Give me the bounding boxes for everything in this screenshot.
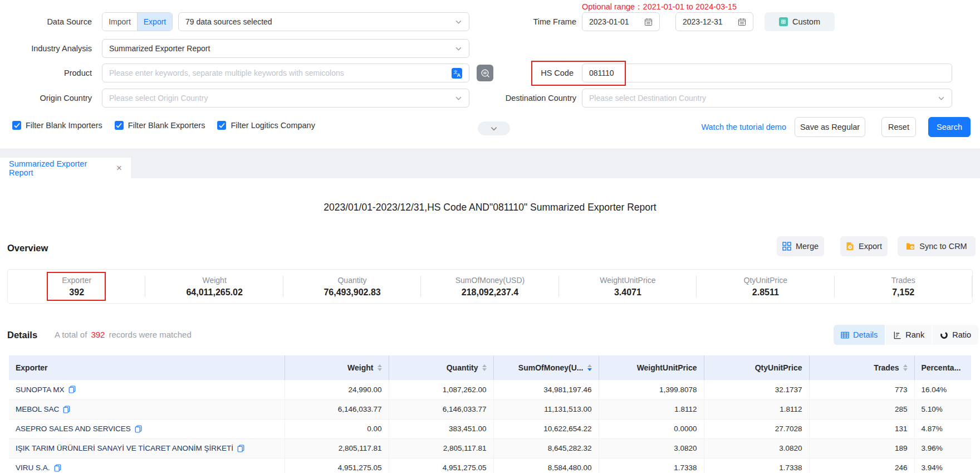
destination-country-label: Destination Country	[473, 89, 576, 108]
exporter-name-link[interactable]: SUNOPTA MX	[16, 386, 65, 394]
matched-count: 392	[87, 330, 109, 339]
exporter-name-link[interactable]: VIRU S.A.	[16, 464, 50, 472]
origin-country-label: Origin Country	[0, 89, 92, 108]
tab-summarized-exporter-report[interactable]: Summarized Exporter Report ×	[0, 158, 131, 178]
cell-quantity: 6,146,033.77	[389, 399, 493, 419]
details-heading: Details	[7, 330, 37, 340]
close-icon[interactable]: ×	[116, 163, 122, 173]
copy-icon[interactable]	[63, 406, 70, 413]
checkbox-checked-icon	[115, 121, 124, 130]
date-start-value: 2023-01-01	[589, 17, 640, 26]
stat-exporter: Exporter 392	[8, 270, 145, 303]
cell-trades: 285	[809, 399, 914, 419]
import-toggle[interactable]: Import	[102, 13, 137, 31]
column-header-trades[interactable]: Trades	[809, 355, 914, 380]
export-toggle[interactable]: Export	[137, 13, 172, 31]
copy-icon[interactable]	[135, 425, 142, 433]
cell-percentage: 4.87%	[914, 419, 971, 438]
checkbox-label: Filter Blank Exporters	[128, 121, 205, 130]
exporter-name-link[interactable]: ASEPRO SALES AND SERVICES	[16, 425, 131, 433]
custom-range-button[interactable]: Custom	[765, 12, 835, 31]
column-header-qty-unit-price[interactable]: QtyUnitPrice	[704, 355, 809, 380]
save-as-regular-button[interactable]: Save as Regular	[795, 117, 865, 137]
cell-trades: 189	[809, 438, 914, 458]
column-header-quantity[interactable]: Quantity	[389, 355, 493, 380]
cell-qty_unit_price: 1.7338	[704, 458, 809, 473]
chevron-down-icon	[455, 45, 462, 52]
collapse-filters-button[interactable]	[478, 121, 510, 135]
cell-quantity: 2,805,117.81	[389, 438, 493, 458]
sync-to-crm-button[interactable]: Sync to CRM	[898, 236, 976, 256]
column-header-weight[interactable]: Weight	[285, 355, 389, 380]
filter-panel: Optional range：2021-01-01 to 2024-03-15 …	[0, 0, 980, 149]
reset-button[interactable]: Reset	[881, 117, 916, 137]
view-rank-button[interactable]: Rank	[886, 325, 932, 345]
data-sources-select[interactable]: 79 data sources selected	[178, 12, 469, 31]
date-end-input[interactable]: 2023-12-31	[675, 12, 753, 31]
sort-icons[interactable]	[482, 364, 487, 371]
copy-icon[interactable]	[68, 386, 76, 393]
sort-icons[interactable]	[903, 364, 908, 371]
search-button[interactable]: Search	[928, 117, 971, 137]
stat-weight: Weight 64,011,265.02	[145, 270, 283, 303]
cell-quantity: 383,451.00	[389, 419, 493, 438]
date-start-input[interactable]: 2023-01-01	[582, 12, 660, 31]
table-row: MEBOL SAC6,146,033.776,146,033.7711,131,…	[9, 399, 971, 419]
tab-label: Summarized Exporter Report	[9, 159, 109, 177]
industry-analysis-select[interactable]: Summarized Exporter Report	[102, 39, 469, 58]
cell-trades: 773	[809, 380, 914, 399]
matched-suffix: records were matched	[109, 330, 191, 339]
cell-sum_of_money: 11,131,513.00	[493, 399, 599, 419]
cell-sum_of_money: 8,584,480.00	[493, 458, 599, 473]
view-ratio-label: Ratio	[952, 330, 971, 339]
sort-icons[interactable]	[378, 364, 382, 371]
product-input[interactable]: Please enter keywords, separate multiple…	[102, 64, 469, 82]
tutorial-demo-link[interactable]: Watch the tutorial demo	[693, 117, 786, 137]
column-header-sum-of-money[interactable]: SumOfMoney(U...	[493, 355, 599, 380]
chevron-down-icon	[938, 95, 945, 102]
stat-weight-unit-price: WeightUnitPrice 3.4071	[559, 270, 697, 303]
table-header: Exporter Weight Quantity SumOfMoney(U...…	[9, 355, 971, 380]
report-title: 2023/01/01-2023/12/31,HS Code AND"081110…	[0, 202, 980, 213]
sync-folder-icon	[906, 242, 915, 250]
cell-weight_unit_price: 3.0820	[599, 438, 704, 458]
view-rank-label: Rank	[905, 330, 924, 339]
cell-weight: 24,990.00	[285, 380, 389, 399]
industry-analysis-value: Summarized Exporter Report	[109, 44, 210, 53]
view-ratio-button[interactable]: Ratio	[933, 325, 978, 345]
hs-code-input[interactable]: 081110	[582, 64, 952, 82]
view-details-button[interactable]: Details	[834, 325, 885, 345]
time-frame-label: Time Frame	[473, 12, 576, 31]
checkbox-filter-blank-importers[interactable]: Filter Blank Importers	[12, 121, 102, 130]
checkbox-filter-blank-exporters[interactable]: Filter Blank Exporters	[115, 121, 205, 130]
stat-trades: Trades 7,152	[835, 270, 972, 303]
data-sources-value: 79 data sources selected	[185, 17, 272, 26]
exporter-cell: VIRU S.A.	[9, 458, 285, 473]
stat-sum-of-money: SumOfMoney(USD) 218,092,237.4	[421, 270, 558, 303]
custom-icon	[779, 17, 788, 26]
rank-chart-icon	[893, 331, 901, 339]
filter-checkboxes: Filter Blank Importers Filter Blank Expo…	[12, 121, 315, 130]
overview-heading: Overview	[7, 243, 48, 253]
stat-value: 7,152	[892, 287, 914, 298]
merge-button[interactable]: Merge	[777, 236, 824, 256]
copy-icon[interactable]	[54, 464, 61, 472]
checkbox-label: Filter Blank Importers	[26, 121, 102, 130]
checkbox-checked-icon	[217, 121, 226, 130]
copy-icon[interactable]	[237, 445, 244, 452]
destination-country-select[interactable]: Please select Destination Country	[582, 89, 952, 108]
hs-code-label: HS Code	[473, 64, 574, 82]
exporter-name-link[interactable]: MEBOL SAC	[16, 405, 59, 413]
translate-icon[interactable]: 文A	[452, 68, 462, 79]
exporter-name-link[interactable]: IŞIK TARIM ÜRÜNLERİ SANAYİ VE TİCARET AN…	[16, 444, 233, 452]
sort-icons-desc-active[interactable]	[587, 364, 592, 371]
merge-label: Merge	[796, 242, 819, 251]
stat-value: 218,092,237.4	[462, 287, 518, 298]
stat-value: 76,493,902.83	[324, 287, 380, 298]
stat-label: Quantity	[337, 276, 366, 285]
export-button[interactable]: Export	[840, 236, 888, 256]
checkbox-filter-logitics-company[interactable]: Filter Logitics Company	[217, 121, 315, 130]
column-header-weight-unit-price[interactable]: WeightUnitPrice	[599, 355, 704, 380]
origin-country-select[interactable]: Please select Origin Country	[102, 89, 469, 108]
product-label: Product	[0, 64, 92, 82]
